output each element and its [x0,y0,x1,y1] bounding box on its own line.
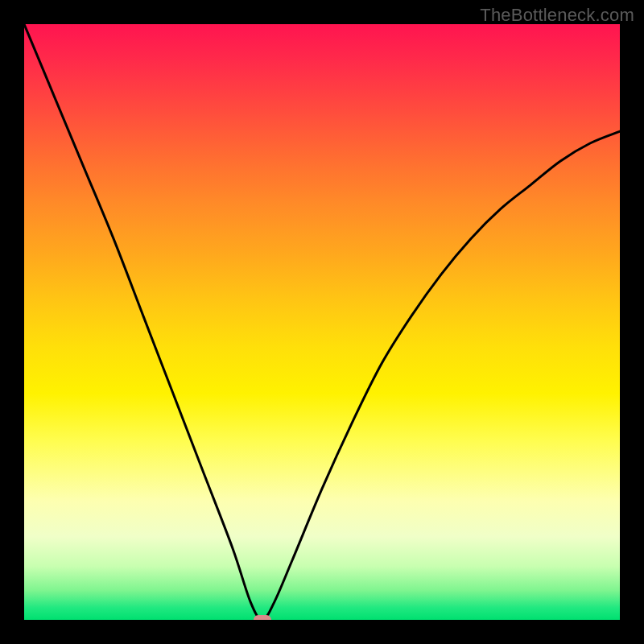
bottleneck-curve-path [24,24,620,620]
watermark-text: TheBottleneck.com [480,5,634,26]
curve-svg [24,24,620,620]
optimal-marker [254,615,271,620]
plot-area [24,24,620,620]
